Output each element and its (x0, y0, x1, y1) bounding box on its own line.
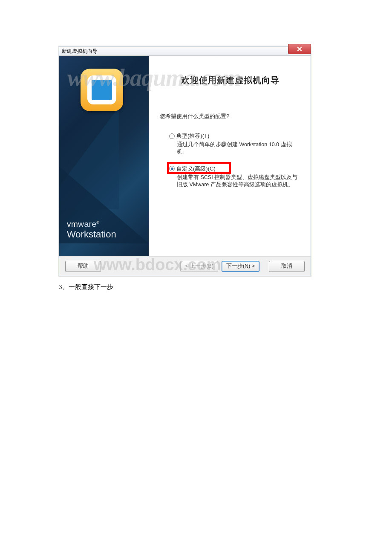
wizard-content: 欢迎使用新建虚拟机向导 您希望使用什么类型的配置? 典型(推荐)(T) 通过几个… (149, 56, 311, 256)
cancel-button[interactable]: 取消 (269, 261, 305, 272)
dialog-footer: 帮助 < 上一步(B) 下一步(N) > 取消 (59, 256, 311, 276)
back-button[interactable]: < 上一步(B) (180, 261, 218, 272)
config-type-question: 您希望使用什么类型的配置? (160, 113, 300, 120)
vmware-brand-text: vmware® Workstation (67, 220, 116, 240)
radio-custom[interactable] (169, 166, 175, 171)
document-step-caption: 3、一般直接下一步 (59, 283, 113, 291)
radio-typical[interactable] (169, 133, 175, 139)
close-button[interactable] (288, 44, 311, 54)
option-typical[interactable]: 典型(推荐)(T) 通过几个简单的步骤创建 Workstation 10.0 虚… (169, 132, 300, 156)
vmware-logo-icon (81, 69, 123, 111)
radio-custom-desc: 创建带有 SCSI 控制器类型、虚拟磁盘类型以及与旧版 VMware 产品兼容性… (177, 174, 300, 188)
window-title: 新建虚拟机向导 (62, 46, 98, 56)
radio-typical-label: 典型(推荐)(T) (176, 132, 209, 140)
option-custom[interactable]: 自定义(高级)(C) 创建带有 SCSI 控制器类型、虚拟磁盘类型以及与旧版 V… (169, 165, 300, 188)
radio-typical-desc: 通过几个简单的步骤创建 Workstation 10.0 虚拟机。 (177, 141, 300, 156)
dialog-body: vmware® Workstation 欢迎使用新建虚拟机向导 您希望使用什么类… (59, 56, 311, 256)
wizard-heading: 欢迎使用新建虚拟机向导 (160, 75, 300, 86)
radio-custom-label: 自定义(高级)(C) (176, 165, 216, 173)
next-button[interactable]: 下一步(N) > (222, 261, 259, 272)
close-icon (297, 46, 302, 52)
titlebar: 新建虚拟机向导 (59, 46, 311, 56)
wizard-sidebar: vmware® Workstation (59, 56, 149, 256)
help-button[interactable]: 帮助 (65, 261, 101, 272)
new-vm-wizard-dialog: 新建虚拟机向导 vmware® Workstation 欢迎使用新建虚拟机向导 … (59, 46, 311, 276)
